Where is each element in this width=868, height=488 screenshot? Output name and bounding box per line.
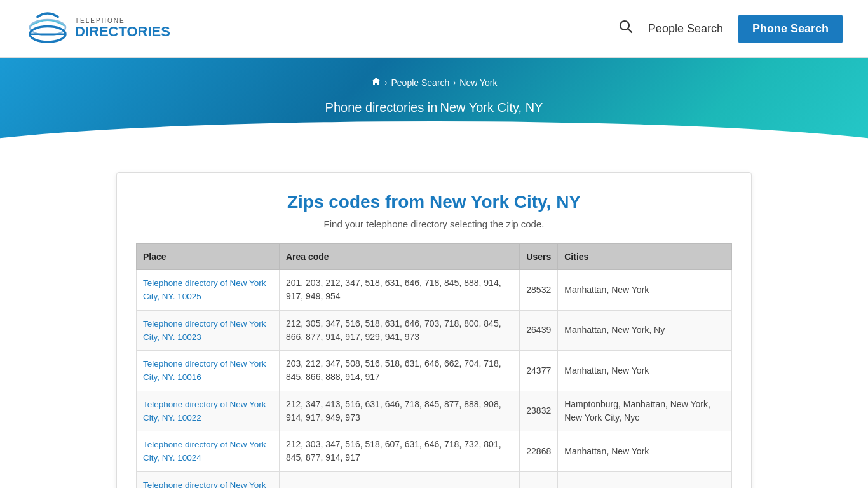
col-users: Users <box>520 244 558 270</box>
area-code-cell: 212, 305, 347, 516, 518, 631, 646, 703, … <box>279 310 519 351</box>
place-link[interactable]: Telephone directory of New York City, NY… <box>143 319 266 342</box>
table-header: Place Area code Users Cities <box>137 244 732 270</box>
cities-cell: Manhattan, New York, Ny <box>558 310 732 351</box>
users-cell: 24377 <box>520 351 558 391</box>
place-link[interactable]: Telephone directory of New York City, NY… <box>143 440 266 463</box>
col-place: Place <box>137 244 280 270</box>
cities-cell: Manhattan, New York <box>558 351 732 391</box>
place-cell: Telephone directory of New York City, NY… <box>137 391 280 431</box>
header: TELEPHONE DIRECTORIES People Search Phon… <box>0 0 868 58</box>
logo-text: TELEPHONE DIRECTORIES <box>75 17 170 39</box>
table-row: Telephone directory of New York City, NY… <box>137 391 732 431</box>
place-cell: Telephone directory of New York City, NY… <box>137 351 280 391</box>
table-row: Telephone directory of New York City, NY… <box>137 351 732 391</box>
users-cell <box>520 471 558 488</box>
table-row: Telephone directory of New York City, NY… <box>137 471 732 488</box>
zip-codes-card: Zips codes from New York City, NY Find y… <box>116 172 752 488</box>
people-search-link[interactable]: People Search <box>648 22 723 36</box>
phone-search-button[interactable]: Phone Search <box>738 15 843 43</box>
hero-title: Phone directories in New York City, NY <box>0 100 868 115</box>
place-link[interactable]: Telephone directory of New York City, NY… <box>143 480 266 489</box>
home-icon[interactable] <box>371 77 381 88</box>
zip-codes-table: Place Area code Users Cities Telephone d… <box>136 243 732 488</box>
col-area-code: Area code <box>279 244 519 270</box>
area-code-cell: 212, 347, 413, 516, 631, 646, 718, 845, … <box>279 391 519 431</box>
table-row: Telephone directory of New York City, NY… <box>137 270 732 311</box>
users-cell: 26439 <box>520 310 558 351</box>
breadcrumb-location: New York <box>459 78 497 88</box>
logo-directories: DIRECTORIES <box>75 24 170 39</box>
area-code-cell: 203, 212, 347, 508, 516, 518, 631, 646, … <box>279 351 519 391</box>
place-link[interactable]: Telephone directory of New York City, NY… <box>143 359 266 382</box>
breadcrumb-sep-2: › <box>453 78 456 87</box>
table-body: Telephone directory of New York City, NY… <box>137 270 732 489</box>
search-icon-button[interactable] <box>619 20 633 37</box>
area-code-cell: 212, 303, 347, 516, 518, 607, 631, 646, … <box>279 431 519 472</box>
cities-cell: Hamptonburg, Manhattan, New York, New Yo… <box>558 391 732 431</box>
place-link[interactable]: Telephone directory of New York City, NY… <box>143 278 266 301</box>
breadcrumb-people-search[interactable]: People Search <box>391 78 450 88</box>
area-code-cell: 212, 347, 404, 516, 518, 631, <box>279 471 519 488</box>
breadcrumb: › People Search › New York <box>0 77 868 88</box>
place-cell: Telephone directory of New York City, NY… <box>137 270 280 311</box>
logo: TELEPHONE DIRECTORIES <box>25 6 170 51</box>
cities-cell: Manhattan, New York <box>558 431 732 472</box>
users-cell: 22868 <box>520 431 558 472</box>
table-row: Telephone directory of New York City, NY… <box>137 310 732 351</box>
place-cell: Telephone directory of New York City, NY… <box>137 431 280 472</box>
table-row: Telephone directory of New York City, NY… <box>137 431 732 472</box>
place-cell: Telephone directory of New York City, NY… <box>137 471 280 488</box>
hero-location: New York City, NY <box>440 100 543 114</box>
place-cell: Telephone directory of New York City, NY… <box>137 310 280 351</box>
hero-banner: › People Search › New York Phone directo… <box>0 58 868 153</box>
users-cell: 28532 <box>520 270 558 311</box>
col-cities: Cities <box>558 244 732 270</box>
users-cell: 23832 <box>520 391 558 431</box>
area-code-cell: 201, 203, 212, 347, 518, 631, 646, 718, … <box>279 270 519 311</box>
search-icon <box>619 20 633 34</box>
place-link[interactable]: Telephone directory of New York City, NY… <box>143 400 266 423</box>
breadcrumb-sep-1: › <box>385 78 388 87</box>
cities-cell <box>558 471 732 488</box>
card-subtitle: Find your telephone directory selecting … <box>136 219 732 229</box>
header-nav: People Search Phone Search <box>619 15 843 43</box>
cities-cell: Manhattan, New York <box>558 270 732 311</box>
svg-line-4 <box>628 29 632 33</box>
logo-icon <box>25 6 70 51</box>
main-content: Zips codes from New York City, NY Find y… <box>104 153 764 488</box>
hero-prefix: Phone directories in <box>325 100 438 114</box>
card-title: Zips codes from New York City, NY <box>136 192 732 212</box>
home-svg-icon <box>371 77 381 86</box>
